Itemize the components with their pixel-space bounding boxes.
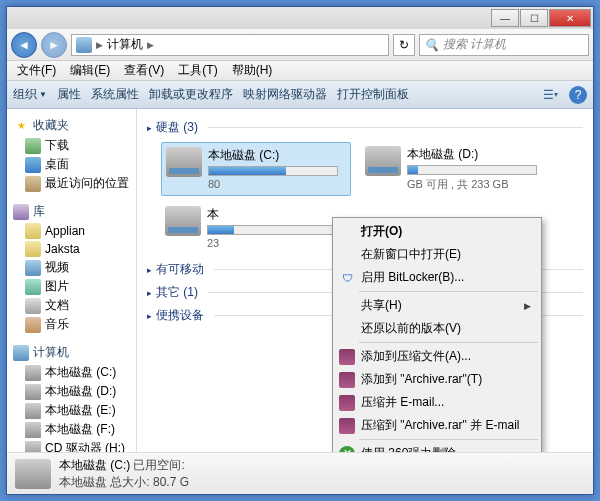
forward-button[interactable]: ► bbox=[41, 32, 67, 58]
usage-bar bbox=[208, 166, 338, 176]
ctx-360-delete[interactable]: ✕使用 360强力删除 bbox=[335, 442, 539, 452]
sidebar-item-jaksta[interactable]: Jaksta bbox=[11, 240, 132, 258]
downloads-icon bbox=[25, 138, 41, 154]
status-bar: 本地磁盘 (C:) 已用空间: 本地磁盘 总大小: 80.7 G bbox=[7, 452, 593, 494]
drive-d[interactable]: 本地磁盘 (D:) GB 可用 , 共 233 GB bbox=[361, 142, 551, 196]
drive-name: 本地磁盘 (D:) bbox=[407, 146, 547, 163]
computer-icon bbox=[76, 37, 92, 53]
shield-icon: 🛡 bbox=[339, 270, 355, 286]
menu-tools[interactable]: 工具(T) bbox=[172, 60, 223, 81]
drive-c[interactable]: 本地磁盘 (C:) 80 bbox=[161, 142, 351, 196]
ctx-email[interactable]: 压缩并 E-mail... bbox=[335, 391, 539, 414]
archive-icon bbox=[339, 349, 355, 365]
sidebar-item-cd-drive[interactable]: CD 驱动器 (H:) bbox=[11, 439, 132, 452]
status-line2: 本地磁盘 总大小: 80.7 G bbox=[59, 475, 189, 489]
drive-free-text: 23 bbox=[207, 237, 347, 249]
sidebar-item-music[interactable]: 音乐 bbox=[11, 315, 132, 334]
menu-help[interactable]: 帮助(H) bbox=[226, 60, 279, 81]
documents-icon bbox=[25, 298, 41, 314]
ctx-rar-email[interactable]: 压缩到 "Archive.rar" 并 E-mail bbox=[335, 414, 539, 437]
archive-icon bbox=[339, 418, 355, 434]
chevron-right-icon: ▶ bbox=[147, 40, 154, 50]
search-input[interactable]: 🔍 搜索 计算机 bbox=[419, 34, 589, 56]
back-button[interactable]: ◄ bbox=[11, 32, 37, 58]
pictures-icon bbox=[25, 279, 41, 295]
favorites-header[interactable]: ★收藏夹 bbox=[11, 115, 132, 136]
desktop-icon bbox=[25, 157, 41, 173]
sidebar-item-drive-f[interactable]: 本地磁盘 (F:) bbox=[11, 420, 132, 439]
sidebar-item-documents[interactable]: 文档 bbox=[11, 296, 132, 315]
status-used-label: 已用空间: bbox=[133, 458, 184, 472]
sidebar-item-drive-c[interactable]: 本地磁盘 (C:) bbox=[11, 363, 132, 382]
folder-icon bbox=[25, 241, 41, 257]
system-properties-button[interactable]: 系统属性 bbox=[91, 86, 139, 103]
recent-icon bbox=[25, 176, 41, 192]
star-icon: ★ bbox=[13, 118, 29, 134]
sidebar-item-videos[interactable]: 视频 bbox=[11, 258, 132, 277]
sidebar-item-applian[interactable]: Applian bbox=[11, 222, 132, 240]
archive-icon bbox=[339, 372, 355, 388]
archive-icon bbox=[339, 395, 355, 411]
videos-icon bbox=[25, 260, 41, 276]
drive-icon bbox=[25, 422, 41, 438]
uninstall-button[interactable]: 卸载或更改程序 bbox=[149, 86, 233, 103]
status-title: 本地磁盘 (C:) bbox=[59, 458, 130, 472]
close-button[interactable]: ✕ bbox=[549, 9, 591, 27]
libraries-header[interactable]: 库 bbox=[11, 201, 132, 222]
sidebar-item-recent[interactable]: 最近访问的位置 bbox=[11, 174, 132, 193]
chevron-right-icon: ▶ bbox=[524, 301, 531, 311]
menubar: 文件(F) 编辑(E) 查看(V) 工具(T) 帮助(H) bbox=[7, 61, 593, 81]
ctx-bitlocker[interactable]: 🛡启用 BitLocker(B)... bbox=[335, 266, 539, 289]
organize-button[interactable]: 组织▼ bbox=[13, 86, 47, 103]
drive-icon bbox=[15, 459, 51, 489]
sidebar-item-pictures[interactable]: 图片 bbox=[11, 277, 132, 296]
usage-bar bbox=[207, 225, 337, 235]
minimize-button[interactable]: — bbox=[491, 9, 519, 27]
library-icon bbox=[13, 204, 29, 220]
usage-bar bbox=[407, 165, 537, 175]
ctx-restore[interactable]: 还原以前的版本(V) bbox=[335, 317, 539, 340]
computer-header[interactable]: 计算机 bbox=[11, 342, 132, 363]
folder-icon bbox=[25, 223, 41, 239]
drive-icon bbox=[25, 384, 41, 400]
ctx-open[interactable]: 打开(O) bbox=[335, 220, 539, 243]
drive-icon bbox=[25, 365, 41, 381]
sidebar-item-desktop[interactable]: 桌面 bbox=[11, 155, 132, 174]
drive-name: 本 bbox=[207, 206, 347, 223]
menu-view[interactable]: 查看(V) bbox=[118, 60, 170, 81]
breadcrumb[interactable]: ▶ 计算机 ▶ bbox=[71, 34, 389, 56]
drive-local2[interactable]: 本 23 bbox=[161, 202, 351, 253]
view-mode-button[interactable]: ☰▾ bbox=[541, 86, 559, 104]
search-placeholder: 搜索 计算机 bbox=[443, 36, 506, 53]
help-icon[interactable]: ? bbox=[569, 86, 587, 104]
section-hdd[interactable]: ▸硬盘 (3) bbox=[147, 119, 583, 136]
titlebar: — ☐ ✕ bbox=[7, 7, 593, 29]
drive-free-text: 80 bbox=[208, 178, 346, 190]
ctx-share[interactable]: 共享(H)▶ bbox=[335, 294, 539, 317]
360-icon: ✕ bbox=[339, 446, 355, 453]
menu-file[interactable]: 文件(F) bbox=[11, 60, 62, 81]
breadcrumb-label: 计算机 bbox=[107, 36, 143, 53]
menu-edit[interactable]: 编辑(E) bbox=[64, 60, 116, 81]
music-icon bbox=[25, 317, 41, 333]
ctx-new-window[interactable]: 在新窗口中打开(E) bbox=[335, 243, 539, 266]
context-menu: 打开(O) 在新窗口中打开(E) 🛡启用 BitLocker(B)... 共享(… bbox=[332, 217, 542, 452]
ctx-add-rar[interactable]: 添加到 "Archive.rar"(T) bbox=[335, 368, 539, 391]
sidebar-item-drive-d[interactable]: 本地磁盘 (D:) bbox=[11, 382, 132, 401]
control-panel-button[interactable]: 打开控制面板 bbox=[337, 86, 409, 103]
sidebar-item-downloads[interactable]: 下载 bbox=[11, 136, 132, 155]
ctx-add-archive[interactable]: 添加到压缩文件(A)... bbox=[335, 345, 539, 368]
sidebar-item-drive-e[interactable]: 本地磁盘 (E:) bbox=[11, 401, 132, 420]
refresh-button[interactable]: ↻ bbox=[393, 34, 415, 56]
content-pane: ▸硬盘 (3) 本地磁盘 (C:) 80 本地磁盘 (D:) GB 可用 bbox=[137, 109, 593, 452]
map-drive-button[interactable]: 映射网络驱动器 bbox=[243, 86, 327, 103]
address-bar: ◄ ► ▶ 计算机 ▶ ↻ 🔍 搜索 计算机 bbox=[7, 29, 593, 61]
drive-icon bbox=[25, 403, 41, 419]
toolbar: 组织▼ 属性 系统属性 卸载或更改程序 映射网络驱动器 打开控制面板 ☰▾ ? bbox=[7, 81, 593, 109]
body: ★收藏夹 下载 桌面 最近访问的位置 库 Applian Jaksta 视频 图… bbox=[7, 109, 593, 452]
computer-icon bbox=[13, 345, 29, 361]
explorer-window: — ☐ ✕ ◄ ► ▶ 计算机 ▶ ↻ 🔍 搜索 计算机 文件(F) 编辑(E)… bbox=[6, 6, 594, 495]
maximize-button[interactable]: ☐ bbox=[520, 9, 548, 27]
drive-name: 本地磁盘 (C:) bbox=[208, 147, 346, 164]
properties-button[interactable]: 属性 bbox=[57, 86, 81, 103]
